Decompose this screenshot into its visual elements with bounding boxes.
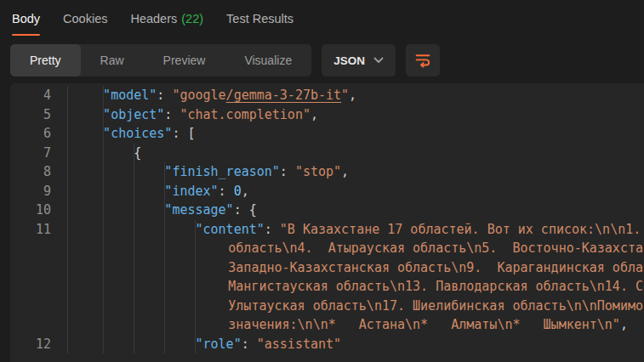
indent-guide xyxy=(164,239,165,258)
code-text: "choices": [ xyxy=(68,124,644,144)
wrap-text-icon xyxy=(413,49,432,71)
line-number xyxy=(10,258,68,278)
line-number: 10 xyxy=(10,201,68,220)
indent-guide xyxy=(134,239,134,258)
tab-cookies[interactable]: Cookies xyxy=(63,0,107,37)
tab-headers[interactable]: Headers(22) xyxy=(130,0,203,37)
line-number xyxy=(10,239,68,258)
indent-guide xyxy=(134,335,134,354)
code-text: "message": { xyxy=(68,201,644,220)
tab-test-results[interactable]: Test Results xyxy=(226,0,294,37)
code-text: Западно-Казахстанская область\n9. Карага… xyxy=(68,258,644,278)
code-text: "model": "google/gemma-3-27b-it", xyxy=(68,86,644,105)
indent-guide xyxy=(134,277,134,297)
code-text: "content": "В Казахстане 17 областей. Во… xyxy=(68,220,644,240)
line-number xyxy=(10,277,68,297)
code-line-5: 5"object": "chat.completion", xyxy=(10,105,644,125)
indent-guide xyxy=(134,315,134,335)
line-number xyxy=(10,315,68,335)
line-number: 6 xyxy=(10,124,68,144)
indent-guide xyxy=(134,182,134,201)
indent-guide xyxy=(164,315,165,335)
indent-guide xyxy=(103,144,104,163)
view-mode-preview[interactable]: Preview xyxy=(144,44,225,76)
indent-guide xyxy=(103,220,104,240)
indent-guide xyxy=(134,162,134,182)
code-text: "index": 0, xyxy=(68,182,644,201)
indent-guide xyxy=(134,258,134,278)
chevron-down-icon xyxy=(373,57,384,64)
indent-guide xyxy=(134,220,134,240)
code-text: значения:\n\n* Астана\n* Алматы\n* Шымке… xyxy=(68,315,644,335)
indent-guide xyxy=(164,182,165,201)
indent-guide xyxy=(164,201,165,220)
indent-guide xyxy=(103,335,104,354)
indent-guide xyxy=(164,277,165,297)
view-mode-segmented-control: PrettyRawPreviewVisualize xyxy=(10,44,311,76)
line-number: 4 xyxy=(10,86,68,105)
indent-guide xyxy=(103,182,104,201)
code-line-7: 7{ xyxy=(10,144,644,163)
indent-guide xyxy=(103,105,104,125)
indent-guide xyxy=(103,162,104,182)
line-number: 12 xyxy=(10,335,68,354)
line-number xyxy=(10,297,68,316)
line-number: 5 xyxy=(10,105,68,125)
line-number: 9 xyxy=(10,182,68,201)
code-line-9: 9"index": 0, xyxy=(10,182,644,201)
wrap-text-button[interactable] xyxy=(406,44,440,76)
indent-guide xyxy=(164,220,165,240)
indent-guide xyxy=(164,258,165,278)
code-line-6: 6"choices": [ xyxy=(10,124,644,144)
tab-count-badge: (22) xyxy=(181,12,203,25)
view-mode-pretty[interactable]: Pretty xyxy=(10,44,81,76)
tab-label: Body xyxy=(12,12,40,25)
indent-guide xyxy=(103,124,104,144)
code-line-8: 8"finish_reason": "stop", xyxy=(10,162,644,182)
indent-guide xyxy=(103,201,104,220)
indent-guide xyxy=(103,86,104,105)
indent-guide xyxy=(195,297,196,316)
code-line-11: 11"content": "В Казахстане 17 областей. … xyxy=(10,220,644,240)
indent-guide xyxy=(164,162,165,182)
view-mode-visualize[interactable]: Visualize xyxy=(225,44,311,76)
code-text: Улытауская область\n17. Шиелибинская обл… xyxy=(68,297,644,316)
code-line-wrap: Западно-Казахстанская область\n9. Карага… xyxy=(10,258,644,278)
indent-guide xyxy=(103,239,104,258)
code-line-wrap: значения:\n\n* Астана\n* Алматы\n* Шымке… xyxy=(10,315,644,335)
tab-label: Headers xyxy=(130,12,177,25)
indent-guide xyxy=(103,315,104,335)
code-text: { xyxy=(68,144,644,163)
code-line-wrap: Мангистауская область\n13. Павлодарская … xyxy=(10,277,644,297)
code-line-wrap: область\n4. Атырауская область\n5. Восто… xyxy=(10,239,644,258)
response-tab-bar: BodyCookiesHeaders(22)Test Results xyxy=(0,0,644,37)
line-number: 7 xyxy=(10,144,68,163)
indent-guide xyxy=(103,258,104,278)
indent-guide xyxy=(134,144,134,163)
line-number: 11 xyxy=(10,220,68,240)
indent-guide xyxy=(134,297,134,316)
indent-guide xyxy=(195,239,196,258)
indent-guide xyxy=(103,277,104,297)
indent-guide xyxy=(103,297,104,316)
indent-guide xyxy=(164,297,165,316)
indent-guide xyxy=(195,335,196,354)
tab-label: Cookies xyxy=(63,12,107,25)
indent-guide xyxy=(134,201,134,220)
indent-guide xyxy=(195,315,196,335)
format-dropdown[interactable]: JSON xyxy=(322,44,396,76)
code-line-4: 4"model": "google/gemma-3-27b-it", xyxy=(10,86,644,105)
code-text: "finish_reason": "stop", xyxy=(68,162,644,182)
response-body-code-viewer[interactable]: 4"model": "google/gemma-3-27b-it",5"obje… xyxy=(10,83,644,362)
indent-guide xyxy=(195,258,196,278)
code-line-10: 10"message": { xyxy=(10,201,644,220)
indent-guide xyxy=(195,220,196,240)
tab-body[interactable]: Body xyxy=(12,0,40,37)
code-line-wrap: Улытауская область\n17. Шиелибинская обл… xyxy=(10,297,644,316)
code-text: "role": "assistant" xyxy=(68,335,644,354)
view-mode-raw[interactable]: Raw xyxy=(81,44,144,76)
code-text: Мангистауская область\n13. Павлодарская … xyxy=(68,277,644,297)
line-number: 8 xyxy=(10,162,68,182)
code-text: "object": "chat.completion", xyxy=(68,105,644,125)
code-line-12: 12"role": "assistant" xyxy=(10,335,644,354)
